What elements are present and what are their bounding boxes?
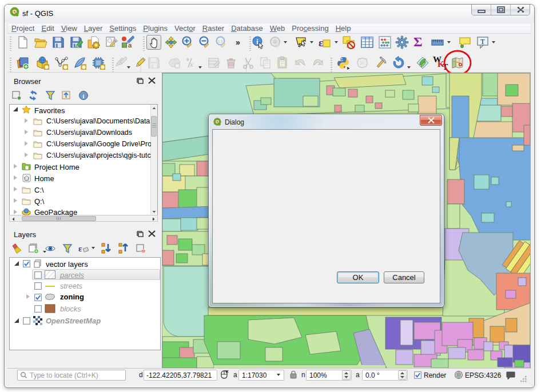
svg-text:T: T: [480, 38, 485, 46]
svg-text:x: x: [189, 60, 193, 69]
svg-text:ε: ε: [78, 244, 82, 253]
svg-text:i: i: [82, 93, 84, 99]
svg-text:1:1: 1:1: [218, 39, 224, 43]
svg-text:ε: ε: [319, 37, 323, 49]
